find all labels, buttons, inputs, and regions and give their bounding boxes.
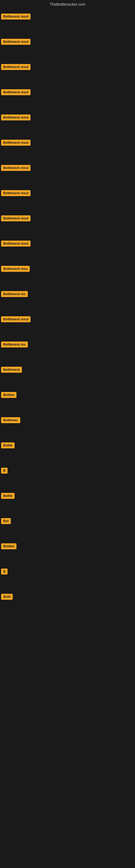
bottleneck-badge-20[interactable]: Bottle bbox=[1, 493, 14, 499]
results-container: Bottleneck resulBottleneck resulBottlene… bbox=[0, 11, 135, 602]
result-row-24: Bottl bbox=[0, 592, 135, 602]
bottleneck-badge-18[interactable]: Bottle bbox=[1, 442, 14, 448]
result-row-14: Bottleneck res bbox=[0, 339, 135, 350]
result-row-16: Bottlen bbox=[0, 390, 135, 400]
result-row-17: Bottlenec bbox=[0, 415, 135, 425]
result-row-11: Bottleneck resu bbox=[0, 264, 135, 274]
bottleneck-badge-19[interactable]: B bbox=[1, 468, 8, 474]
result-row-5: Bottleneck resul bbox=[0, 112, 135, 123]
result-row-7: Bottleneck resul bbox=[0, 163, 135, 173]
bottleneck-badge-9[interactable]: Bottleneck resul bbox=[1, 215, 31, 221]
bottleneck-badge-6[interactable]: Bottleneck resul bbox=[1, 140, 31, 146]
bottleneck-badge-2[interactable]: Bottleneck resul bbox=[1, 39, 31, 45]
bottleneck-badge-15[interactable]: Bottleneck bbox=[1, 367, 22, 373]
result-row-12: Bottleneck res bbox=[0, 289, 135, 299]
result-row-6: Bottleneck resul bbox=[0, 137, 135, 148]
result-row-10: Bottleneck resul bbox=[0, 239, 135, 249]
bottleneck-badge-5[interactable]: Bottleneck resul bbox=[1, 115, 31, 120]
bottleneck-badge-22[interactable]: Bottlen bbox=[1, 543, 16, 549]
bottleneck-badge-16[interactable]: Bottlen bbox=[1, 392, 16, 398]
result-row-18: Bottle bbox=[0, 440, 135, 451]
result-row-9: Bottleneck resul bbox=[0, 213, 135, 223]
bottleneck-badge-10[interactable]: Bottleneck resul bbox=[1, 241, 31, 247]
bottleneck-badge-12[interactable]: Bottleneck res bbox=[1, 291, 28, 297]
result-row-1: Bottleneck resul bbox=[0, 11, 135, 22]
result-row-13: Bottleneck resul bbox=[0, 314, 135, 324]
result-row-19: B bbox=[0, 465, 135, 476]
bottleneck-badge-11[interactable]: Bottleneck resu bbox=[1, 266, 30, 272]
result-row-20: Bottle bbox=[0, 491, 135, 501]
bottleneck-badge-3[interactable]: Bottleneck resul bbox=[1, 64, 31, 70]
bottleneck-badge-4[interactable]: Bottleneck resul bbox=[1, 89, 31, 95]
bottleneck-badge-13[interactable]: Bottleneck resul bbox=[1, 316, 31, 322]
result-row-8: Bottleneck resul bbox=[0, 188, 135, 198]
bottleneck-badge-23[interactable]: B bbox=[1, 568, 8, 575]
bottleneck-badge-7[interactable]: Bottleneck resul bbox=[1, 165, 31, 171]
bottleneck-badge-17[interactable]: Bottlenec bbox=[1, 417, 20, 423]
bottleneck-badge-14[interactable]: Bottleneck res bbox=[1, 341, 28, 347]
result-row-15: Bottleneck bbox=[0, 365, 135, 375]
bottleneck-badge-24[interactable]: Bottl bbox=[1, 594, 13, 600]
bottleneck-badge-8[interactable]: Bottleneck resul bbox=[1, 190, 31, 196]
bottleneck-badge-21[interactable]: Bot bbox=[1, 518, 11, 524]
result-row-2: Bottleneck resul bbox=[0, 37, 135, 47]
result-row-21: Bot bbox=[0, 516, 135, 526]
result-row-23: B bbox=[0, 566, 135, 577]
site-header: TheBottlenecker.com bbox=[0, 0, 135, 9]
result-row-22: Bottlen bbox=[0, 541, 135, 552]
result-row-3: Bottleneck resul bbox=[0, 62, 135, 72]
site-title: TheBottlenecker.com bbox=[0, 0, 135, 9]
result-row-4: Bottleneck resul bbox=[0, 87, 135, 97]
bottleneck-badge-1[interactable]: Bottleneck resul bbox=[1, 13, 31, 20]
